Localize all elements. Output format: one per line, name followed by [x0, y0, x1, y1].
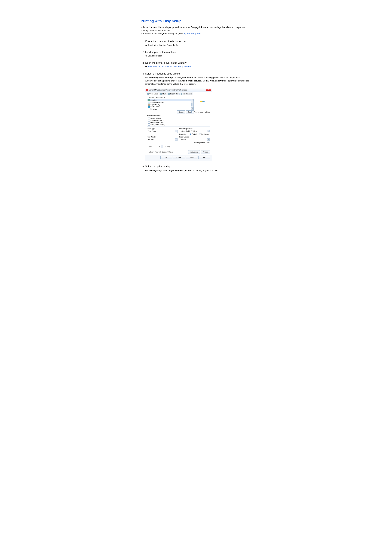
profile-paper-saving[interactable]: Paper Saving [147, 104, 193, 106]
step2-sub: Loading Paper [148, 55, 162, 57]
step1-head: Check that the machine is turned on [145, 40, 251, 43]
preview-before-printing-checkbox[interactable]: Preview before printing [192, 111, 210, 113]
copies-range: (1-999) [165, 146, 170, 147]
app-icon [146, 89, 148, 91]
step4-text: In Commonly Used Settings on the Quick S… [145, 76, 251, 86]
checkbox-icon [147, 151, 149, 153]
scroll-thumb[interactable] [192, 103, 193, 106]
paper-source-combo[interactable]: Cassette ▼ [179, 138, 210, 141]
profile-label: Envelope [150, 108, 157, 110]
combo-value: Cassette [180, 139, 186, 140]
radio-icon [190, 133, 192, 135]
t: Fast [188, 169, 192, 172]
cancel-button[interactable]: Cancel [173, 156, 185, 159]
orientation-label: Orientation: [179, 133, 187, 135]
checkbox-label: Fast (Speed Priority) [150, 124, 165, 125]
preview-page-icon [200, 100, 205, 108]
combo-value: Standard [148, 139, 154, 140]
page-title: Printing with Easy Setup [141, 19, 251, 23]
profile-business[interactable]: Business Document [147, 102, 193, 104]
open-driver-window-link[interactable]: How to Open the Printer Driver Setup Win… [148, 65, 192, 68]
t: Additional Features [181, 80, 201, 82]
profile-icon [148, 106, 150, 108]
arrow-icon: ➡ [145, 55, 147, 57]
profiles-list[interactable]: Standard Business Document Paper Saving … [147, 99, 194, 110]
tab-maintenance[interactable]: Maintenance [180, 93, 193, 95]
preview-box [197, 99, 208, 109]
save-button[interactable]: Save... [177, 110, 185, 114]
duplex-checkbox[interactable]: Duplex Printing [148, 117, 209, 119]
always-print-checkbox[interactable]: Always Print with Current Settings [147, 151, 173, 153]
tab-icon [160, 93, 162, 95]
profile-icon [148, 104, 150, 106]
media-type-combo[interactable]: Plain Paper ▼ [147, 130, 178, 133]
scroll-up-icon[interactable]: ▲ [191, 99, 193, 101]
landscape-radio[interactable]: Landscape [199, 133, 209, 135]
copies-spinner[interactable]: ▲▼ [154, 145, 163, 148]
step1-sub: Confirming that the Power Is On [148, 44, 178, 46]
step3-head: Open the printer driver setup window [145, 62, 251, 64]
portrait-radio[interactable]: Portrait [190, 133, 197, 135]
copies-label: Copies: [147, 146, 152, 147]
help-button[interactable]: Help [198, 156, 210, 159]
profile-icon [148, 99, 150, 101]
checkbox-icon [192, 111, 193, 113]
paper-size-combo[interactable]: Letter 8.5"x11" 22x28cm ▼ [179, 130, 210, 133]
profile-standard[interactable]: Standard [147, 99, 193, 102]
fast-checkbox[interactable]: Fast (Speed Priority) [148, 124, 209, 126]
cassette-position-note: Cassette position: Lower [179, 142, 210, 144]
profile-label: Standard [150, 99, 157, 101]
checkbox-icon [148, 124, 150, 126]
t: on the [173, 76, 180, 79]
commonly-used-label: Commonly Used Settings [147, 96, 210, 98]
spinner-up-icon[interactable]: ▲ [161, 145, 163, 147]
scrollbar[interactable]: ▲ ▼ [191, 99, 193, 110]
intro-bold: Quick Setup [196, 26, 209, 29]
tab-icon [147, 93, 149, 95]
checkbox-icon [148, 120, 150, 122]
profile-icon [148, 102, 150, 103]
arrow-icon: ➡ [145, 65, 147, 68]
quick-setup-tab-link[interactable]: Quick Setup Tab [184, 32, 200, 35]
copies-input[interactable] [154, 145, 161, 148]
tab-page-setup[interactable]: Page Setup [167, 93, 179, 95]
ok-button[interactable]: OK [160, 156, 172, 159]
t: , select [162, 169, 169, 172]
checkbox-icon [148, 122, 150, 124]
tab-label: Maintenance [183, 93, 192, 95]
tab-icon [168, 93, 170, 95]
spinner-down-icon[interactable]: ▼ [161, 147, 163, 148]
t: , and [214, 80, 219, 82]
intro-part: For details about the [141, 32, 162, 35]
scroll-down-icon[interactable]: ▼ [191, 107, 193, 110]
print-quality-combo[interactable]: Standard ▼ [147, 138, 178, 141]
step5-head: Select the print quality [145, 165, 251, 168]
profile-label: Paper Saving [150, 104, 160, 106]
t: When you select a printing profile, the [145, 80, 181, 82]
checkbox-label: Grayscale Printing [150, 122, 164, 124]
grayscale-checkbox[interactable]: Grayscale Printing [148, 122, 209, 124]
borderless-checkbox[interactable]: Borderless Printing [148, 120, 209, 122]
print-quality-label: Print Quality: [147, 136, 178, 138]
checkbox-label: Always Print with Current Settings [149, 151, 173, 153]
dialog-title: Canon MX920 series Printer Printing Pref… [149, 89, 206, 91]
apply-button[interactable]: Apply [186, 156, 197, 159]
combo-value: Letter 8.5"x11" 22x28cm [180, 130, 197, 132]
t: Print Quality [149, 169, 162, 172]
profile-photo[interactable]: Photo Printing [147, 106, 193, 108]
defaults-button[interactable]: Defaults [201, 150, 210, 154]
intro-part: tab, see " [174, 32, 184, 35]
t: High [169, 169, 174, 172]
close-button[interactable]: ✕ [206, 89, 211, 91]
tab-main[interactable]: Main [159, 93, 167, 95]
t: according to your purpose. [192, 169, 218, 172]
chevron-down-icon: ▼ [175, 139, 177, 141]
printing-preferences-dialog: Canon MX920 series Printer Printing Pref… [145, 88, 212, 161]
paper-size-label: Printer Paper Size: [179, 128, 210, 130]
profile-icon [148, 108, 150, 110]
chevron-down-icon: ▼ [207, 139, 210, 141]
instructions-button[interactable]: Instructions [188, 150, 200, 154]
paper-source-label: Paper Source: [179, 136, 210, 138]
tab-quick-setup[interactable]: Quick Setup [146, 93, 159, 95]
profile-envelope[interactable]: Envelope [147, 108, 193, 110]
